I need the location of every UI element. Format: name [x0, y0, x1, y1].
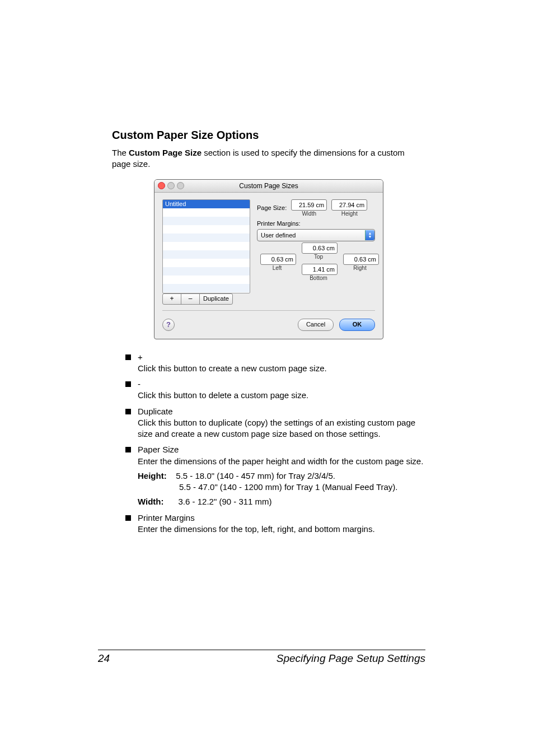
- page-size-label: Page Size:: [257, 204, 287, 211]
- list-item: Duplicate Click this button to duplicate…: [125, 406, 425, 440]
- height-caption: Height: [331, 211, 367, 217]
- list-item: - Click this button to delete a custom p…: [125, 379, 425, 402]
- list-item: + Click this button to create a new cust…: [125, 352, 425, 375]
- height-field[interactable]: 27.94 cm: [331, 199, 367, 211]
- remove-button[interactable]: –: [181, 293, 200, 305]
- margin-right-caption: Right: [343, 265, 377, 271]
- list-item: Paper Size Enter the dimensions of the p…: [125, 444, 425, 507]
- margin-bottom-field[interactable]: 1.41 cm: [302, 264, 338, 275]
- margin-left-field[interactable]: 0.63 cm: [260, 254, 296, 265]
- dialog-custom-page-sizes: Custom Page Sizes Untitled: [154, 179, 383, 339]
- page-size-list[interactable]: Untitled: [162, 199, 250, 293]
- dialog-title: Custom Page Sizes: [239, 182, 298, 190]
- margin-top-caption: Top: [302, 254, 335, 260]
- page-number: 24: [98, 652, 110, 665]
- width-caption: Width: [291, 211, 327, 217]
- help-button[interactable]: ?: [162, 319, 175, 331]
- margins-select-value: User defined: [261, 232, 296, 239]
- list-item: Printer Margins Enter the dimensions for…: [125, 512, 425, 535]
- page-footer: Specifying Page Setup Settings: [277, 652, 425, 665]
- cancel-button[interactable]: Cancel: [298, 319, 334, 331]
- ok-button[interactable]: OK: [339, 319, 375, 331]
- section-heading: Custom Paper Size Options: [112, 129, 425, 142]
- margin-bottom-caption: Bottom: [302, 275, 335, 281]
- margin-left-caption: Left: [260, 265, 294, 271]
- intro-paragraph: The Custom Page Size section is used to …: [112, 147, 425, 170]
- close-icon[interactable]: [158, 182, 165, 189]
- margin-right-field[interactable]: 0.63 cm: [343, 254, 379, 265]
- chevron-updown-icon: ▲▼: [365, 230, 374, 240]
- dialog-titlebar: Custom Page Sizes: [154, 180, 383, 193]
- add-button[interactable]: +: [162, 293, 181, 305]
- width-field[interactable]: 21.59 cm: [291, 199, 327, 211]
- minimize-icon: [167, 182, 175, 189]
- margins-label: Printer Margins:: [257, 220, 375, 227]
- margin-top-field[interactable]: 0.63 cm: [302, 242, 338, 254]
- list-item[interactable]: Untitled: [163, 200, 250, 208]
- zoom-icon: [177, 182, 184, 189]
- duplicate-button[interactable]: Duplicate: [199, 293, 233, 305]
- margins-select[interactable]: User defined ▲▼: [257, 229, 375, 241]
- traffic-lights: [158, 182, 184, 189]
